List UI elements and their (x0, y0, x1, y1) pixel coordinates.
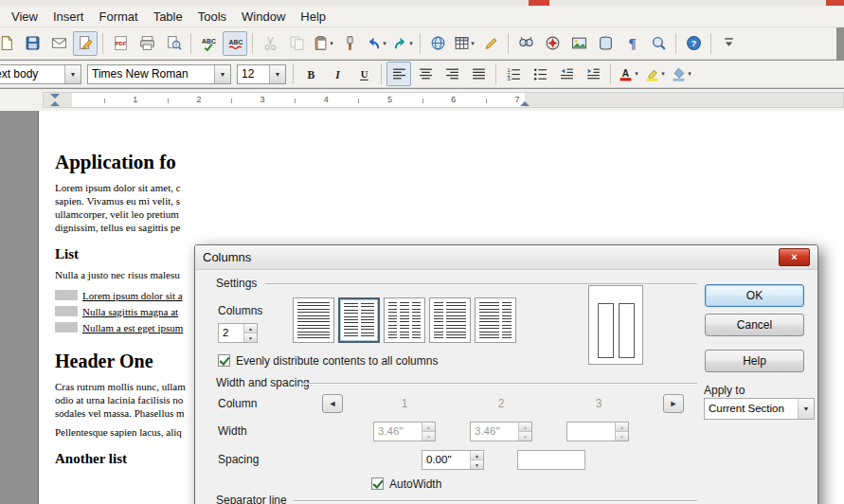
spacing-1-spinner[interactable]: 0.00" ▲▼ (422, 450, 484, 470)
ok-button[interactable]: OK (705, 284, 804, 307)
preset-one-column-button[interactable] (293, 297, 334, 343)
print-preview-button[interactable] (161, 31, 186, 56)
numbered-list-button[interactable]: 1.2.3. (501, 62, 526, 86)
spin-up-icon[interactable]: ▲ (519, 423, 531, 431)
spin-up-icon[interactable]: ▲ (422, 423, 435, 431)
autowidth-checkbox[interactable] (371, 477, 384, 490)
menu-help[interactable]: Help (293, 7, 333, 27)
draw-functions-button[interactable] (478, 31, 503, 56)
help-button[interactable]: Help (705, 350, 804, 372)
width-2-spinner[interactable]: 3.46" ▲▼ (470, 422, 532, 441)
ruler-tick (295, 99, 296, 103)
dialog-titlebar[interactable]: Columns × (195, 245, 817, 270)
chevron-down-icon[interactable]: ▼ (214, 65, 230, 83)
next-column-button[interactable]: ► (663, 394, 684, 413)
spacing-2-field[interactable] (517, 450, 585, 470)
arrow-right-icon: ► (670, 399, 678, 408)
columns-spinner[interactable]: 2 ▲▼ (218, 323, 258, 343)
align-left-button[interactable] (386, 62, 411, 86)
horizontal-ruler[interactable]: 1234567 (43, 92, 844, 108)
decrease-indent-button[interactable] (554, 62, 579, 86)
toolbar-options-button[interactable] (716, 31, 741, 56)
navigator-icon (545, 35, 561, 51)
menu-table[interactable]: Table (146, 7, 190, 27)
numbered-list-icon: 1.2.3. (506, 66, 522, 82)
spacing-label: Spacing (218, 453, 259, 466)
bold-button[interactable]: B (298, 62, 323, 86)
spin-up-icon[interactable]: ▲ (616, 423, 628, 431)
evenly-distribute-checkbox[interactable] (218, 354, 230, 367)
paragraph-style-combo[interactable]: ext body▼ (0, 64, 81, 84)
email-button[interactable] (46, 31, 71, 56)
auto-spellcheck-button[interactable]: ABC (223, 31, 247, 56)
print-button[interactable] (135, 31, 159, 56)
font-size-combo[interactable]: 12▼ (237, 64, 286, 84)
font-color-button[interactable]: A▾ (616, 62, 640, 86)
ruler-tick (231, 99, 232, 103)
chevron-down-icon[interactable]: ▼ (64, 65, 81, 83)
navigator-button[interactable] (540, 31, 565, 56)
spin-up-icon[interactable]: ▲ (471, 451, 483, 459)
menu-tools[interactable]: Tools (190, 7, 234, 27)
chevron-down-icon[interactable]: ▼ (798, 399, 814, 419)
align-right-button[interactable] (440, 62, 464, 86)
undo-button[interactable]: ▾ (364, 31, 388, 56)
menu-format[interactable]: Format (91, 7, 145, 27)
zoom-button[interactable] (646, 31, 671, 56)
left-indent-marker[interactable] (50, 101, 60, 106)
find-replace-button[interactable] (513, 31, 538, 56)
preset-right-narrow-button[interactable] (475, 297, 516, 343)
formatting-marks-button[interactable]: ¶ (620, 31, 644, 56)
bullet-list-button[interactable] (528, 62, 552, 86)
spin-down-icon[interactable]: ▼ (471, 459, 483, 469)
help-button[interactable]: ? (681, 31, 706, 56)
preset-two-columns-button[interactable] (338, 297, 380, 343)
spin-down-icon[interactable]: ▼ (616, 431, 628, 441)
close-button[interactable]: × (779, 248, 810, 266)
align-justify-button[interactable] (466, 62, 491, 86)
copy-button[interactable] (284, 31, 309, 56)
clone-formatting-button[interactable] (337, 31, 362, 56)
chevron-down-icon[interactable]: ▼ (269, 65, 285, 83)
preset-left-narrow-button[interactable] (429, 297, 471, 343)
right-indent-marker[interactable] (520, 101, 530, 106)
apply-to-dropdown[interactable]: Current Section ▼ (704, 398, 815, 420)
spin-up-icon[interactable]: ▲ (244, 324, 257, 333)
insert-table-button[interactable]: ▾ (452, 31, 476, 56)
data-sources-button[interactable] (593, 31, 618, 56)
close-icon: × (791, 252, 797, 262)
highlighting-button[interactable]: ▾ (642, 62, 667, 86)
menu-insert[interactable]: Insert (45, 7, 92, 27)
align-center-button[interactable] (413, 62, 438, 86)
spin-down-icon[interactable]: ▼ (519, 431, 531, 441)
hyperlink-button[interactable] (425, 31, 450, 56)
underline-button[interactable]: U (351, 62, 376, 86)
spin-down-icon[interactable]: ▼ (422, 431, 435, 441)
overflow-icon (721, 35, 737, 51)
cancel-button[interactable]: Cancel (705, 314, 804, 336)
edit-file-button[interactable] (73, 31, 98, 56)
preset-three-columns-button[interactable] (384, 297, 425, 343)
width-3-spinner[interactable]: ▲▼ (566, 422, 629, 441)
preset-column-stripes (400, 302, 408, 338)
export-pdf-button[interactable]: PDF (108, 31, 133, 56)
menu-view[interactable]: View (4, 7, 45, 27)
formatting-toolbar: ext body▼Times New Roman▼12▼BIU1.2.3.A▾▾… (0, 61, 844, 88)
bold-icon: B (303, 66, 319, 82)
italic-button[interactable]: I (325, 62, 350, 86)
spelling-button[interactable]: ABC (196, 31, 221, 56)
gallery-button[interactable] (566, 31, 591, 56)
new-document-button[interactable] (0, 31, 18, 56)
redo-button[interactable]: ▾ (390, 31, 415, 56)
paste-button[interactable]: ▾ (311, 31, 335, 56)
cut-button[interactable] (258, 31, 282, 56)
spin-down-icon[interactable]: ▼ (244, 333, 257, 342)
background-color-button[interactable]: ▾ (669, 62, 693, 86)
width-1-spinner[interactable]: 3.46" ▲▼ (373, 422, 436, 441)
first-line-indent-marker[interactable] (50, 94, 60, 99)
font-name-combo[interactable]: Times New Roman▼ (87, 64, 231, 84)
increase-indent-button[interactable] (581, 62, 605, 86)
previous-column-button[interactable]: ◄ (322, 394, 343, 413)
save-button[interactable] (20, 31, 45, 56)
menu-window[interactable]: Window (234, 7, 293, 27)
